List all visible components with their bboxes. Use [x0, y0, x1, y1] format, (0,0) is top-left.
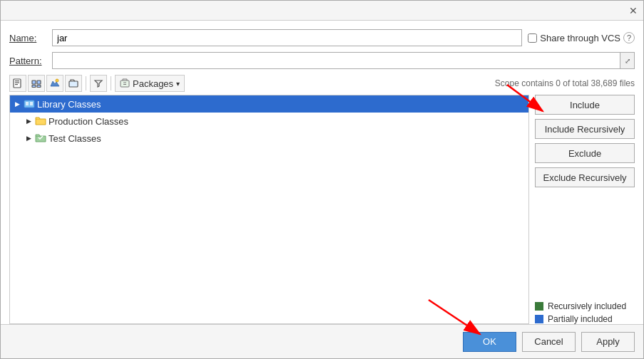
svg-rect-6: [32, 85, 36, 88]
svg-rect-10: [121, 80, 129, 87]
legend-item-recursively: Recursively included: [535, 301, 635, 311]
toolbar-btn-3[interactable]: [46, 75, 63, 92]
close-button[interactable]: ✕: [626, 4, 640, 18]
packages-label: Packages: [133, 78, 173, 89]
packages-dropdown[interactable]: Packages ▾: [115, 75, 185, 92]
title-bar: ✕: [1, 1, 643, 21]
legend-color-partially: [535, 315, 543, 323]
toolbar-btn-1[interactable]: [9, 75, 26, 92]
name-label: Name:: [9, 33, 52, 43]
svg-rect-5: [37, 80, 41, 84]
legend-item-partially: Partially included: [535, 314, 635, 324]
svg-rect-4: [32, 80, 36, 84]
svg-rect-9: [69, 81, 78, 87]
exclude-recursively-button[interactable]: Exclude Recursively: [535, 167, 635, 187]
svg-rect-1: [15, 80, 19, 81]
vcs-checkbox[interactable]: [528, 33, 537, 43]
svg-rect-7: [37, 85, 41, 88]
legend-color-recursively: [535, 302, 543, 311]
legend-label-recursively: Recursively included: [548, 301, 626, 311]
svg-rect-0: [14, 79, 21, 88]
apply-button[interactable]: Apply: [581, 332, 635, 352]
tree-item-label: Production Classes: [48, 116, 128, 127]
ok-button[interactable]: OK: [463, 332, 516, 352]
vcs-row: Share through VCS ?: [528, 32, 635, 43]
svg-rect-13: [30, 102, 33, 105]
include-button[interactable]: Include: [535, 95, 635, 115]
tree-item-label: Test Classes: [48, 133, 101, 144]
name-row: Name: Share through VCS ?: [9, 29, 635, 46]
svg-rect-12: [26, 102, 29, 105]
cancel-button[interactable]: Cancel: [522, 332, 576, 352]
include-recursively-button[interactable]: Include Recursively: [535, 119, 635, 139]
chevron-icon: ▶: [13, 100, 21, 108]
sidebar-buttons: Include Include Recursively Exclude Excl…: [529, 95, 635, 324]
pattern-label: Pattern:: [9, 56, 52, 66]
dialog: ✕ Name: Share through VCS ? Pattern: ⤢: [0, 0, 644, 359]
main-area: ▶ Library Classes ▶: [9, 95, 635, 324]
toolbar-btn-4[interactable]: [65, 75, 82, 92]
tree-item-production-classes[interactable]: ▶ Production Classes: [10, 113, 528, 130]
toolbar-separator: [86, 76, 86, 90]
pattern-expand-button[interactable]: ⤢: [620, 52, 635, 69]
dialog-body: Name: Share through VCS ? Pattern: ⤢: [1, 21, 643, 324]
legend-label-partially: Partially included: [548, 314, 613, 324]
exclude-button[interactable]: Exclude: [535, 143, 635, 163]
scope-info: Scope contains 0 of total 38,689 files: [495, 78, 635, 88]
tree-panel[interactable]: ▶ Library Classes ▶: [9, 95, 529, 324]
svg-rect-3: [15, 84, 18, 85]
legend-area: Recursively included Partially included: [535, 296, 635, 324]
vcs-help-icon[interactable]: ?: [623, 32, 635, 43]
vcs-label: Share through VCS: [540, 33, 620, 43]
svg-point-8: [56, 79, 58, 82]
toolbar-row: Packages ▾ Scope contains 0 of total 38,…: [9, 75, 635, 92]
chevron-icon: ▶: [24, 117, 33, 125]
tree-item-test-classes[interactable]: ▶ Test Classes: [10, 130, 528, 147]
pattern-input[interactable]: [52, 52, 620, 69]
tree-item-library-classes[interactable]: ▶ Library Classes: [10, 95, 528, 113]
folder-icon: [35, 115, 46, 127]
dropdown-icon: ▾: [176, 80, 180, 88]
tree-item-label: Library Classes: [37, 99, 101, 110]
filter-btn[interactable]: [90, 75, 107, 92]
svg-rect-2: [15, 83, 19, 83]
bottom-bar: OK Cancel Apply: [1, 324, 643, 358]
toolbar-separator-2: [111, 76, 111, 90]
toolbar-btn-2[interactable]: [28, 75, 45, 92]
pattern-row: Pattern: ⤢: [9, 52, 635, 69]
test-icon: [35, 132, 46, 144]
name-input[interactable]: [52, 29, 522, 46]
library-icon: [24, 98, 35, 110]
chevron-icon: ▶: [24, 134, 33, 142]
